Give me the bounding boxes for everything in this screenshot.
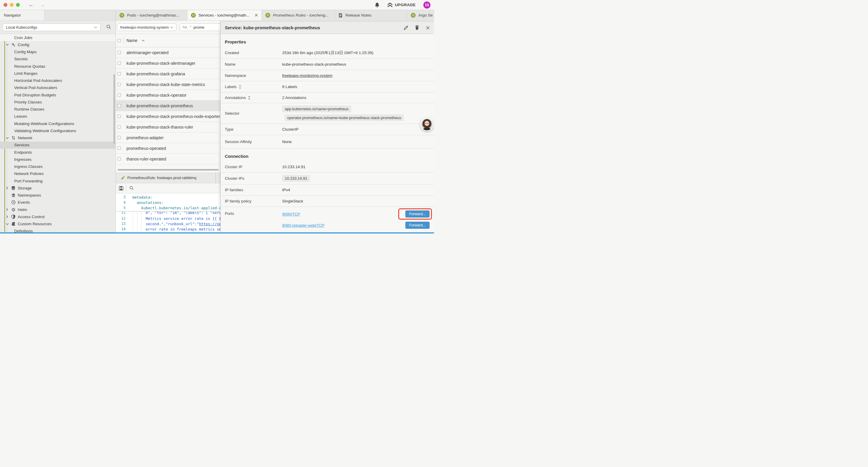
- sidebar-group-storage[interactable]: Storage: [0, 184, 116, 192]
- avatar[interactable]: [420, 118, 434, 131]
- row-checkbox[interactable]: [118, 51, 121, 54]
- tab-pods[interactable]: Pods - icecheng@mathmas...: [116, 10, 187, 20]
- save-icon[interactable]: [119, 186, 123, 191]
- row-checkbox[interactable]: [118, 72, 121, 76]
- sidebar-item-secrets[interactable]: Secrets: [0, 56, 116, 63]
- forward-button-9090[interactable]: Forward...: [405, 210, 430, 217]
- close-icon[interactable]: [426, 26, 430, 30]
- kubeconfig-select[interactable]: Local Kubeconfigs: [3, 23, 100, 31]
- table-row[interactable]: kube-prometheus-stack-kube-state-metrics: [116, 79, 220, 90]
- sidebar-item-config-maps[interactable]: Config Maps: [0, 49, 116, 56]
- sidebar-item-events[interactable]: Events: [0, 199, 116, 206]
- tab-navigator[interactable]: Navigator: [0, 10, 44, 20]
- row-checkbox[interactable]: [118, 157, 121, 160]
- sidebar-item-network-policies[interactable]: Network Policies: [0, 170, 116, 177]
- tab-services[interactable]: Services - icecheng@math...: [187, 10, 262, 20]
- sidebar-search-icon[interactable]: [106, 25, 111, 29]
- sidebar-item-port-forwarding[interactable]: Port Forwarding: [0, 177, 116, 184]
- port-link-9090[interactable]: 9090/TCP: [282, 212, 300, 216]
- table-row-selected[interactable]: kube-prometheus-stack-prometheus: [116, 100, 220, 111]
- sidebar-item-leases[interactable]: Leases: [0, 113, 116, 120]
- delete-trash-icon[interactable]: [415, 25, 419, 30]
- sidebar-item-definitions[interactable]: Definitions: [0, 228, 116, 232]
- sidebar-item-mutating-webhook-configurations[interactable]: Mutating Webhook Configurations: [0, 120, 116, 127]
- upgrade-button[interactable]: UPGRADE: [387, 3, 416, 7]
- chevron-down-icon[interactable]: [6, 137, 9, 139]
- row-checkbox[interactable]: [118, 104, 121, 107]
- notification-count-badge[interactable]: 15: [423, 1, 430, 8]
- table-row[interactable]: alertmanager-operated: [116, 47, 220, 58]
- forward-arrow-icon[interactable]: →: [40, 2, 45, 7]
- sidebar-item-ingresses[interactable]: Ingresses: [0, 156, 116, 163]
- sidebar-item-limit-ranges[interactable]: Limit Ranges: [0, 70, 116, 77]
- chevron-down-icon[interactable]: [6, 223, 9, 225]
- row-checkbox[interactable]: [118, 147, 121, 150]
- back-arrow-icon[interactable]: ←: [29, 2, 34, 7]
- forward-button-8080[interactable]: Forward...: [405, 222, 430, 229]
- sidebar-scrollbar[interactable]: [114, 74, 115, 144]
- chevron-down-icon[interactable]: [6, 43, 9, 46]
- regex-toggle[interactable]: .*: [189, 25, 191, 29]
- window-zoom-button[interactable]: [16, 3, 20, 7]
- table-row[interactable]: kube-prometheus-stack-thanos-ruler: [116, 122, 220, 133]
- table-row[interactable]: kube-prometheus-stack-grafana: [116, 68, 220, 79]
- chevron-right-icon[interactable]: [6, 186, 9, 189]
- sidebar-group-network[interactable]: Network: [0, 135, 116, 142]
- expand-updown-icon[interactable]: [239, 85, 241, 89]
- row-checkbox[interactable]: [118, 125, 121, 128]
- code-link[interactable]: https://netop: [199, 222, 220, 226]
- editor-search-icon[interactable]: [129, 186, 134, 191]
- table-row[interactable]: prometheus-adapter: [116, 133, 220, 143]
- match-case-toggle[interactable]: Aa: [183, 25, 187, 29]
- editor-tab-partial[interactable]: [216, 173, 220, 183]
- list-search-input[interactable]: Aa .* prome: [180, 23, 220, 31]
- edit-pencil-icon[interactable]: [404, 25, 408, 30]
- row-checkbox[interactable]: [118, 83, 121, 86]
- annotations-value[interactable]: 2 Annotations: [282, 95, 306, 100]
- table-row[interactable]: prometheus-operated: [116, 143, 220, 154]
- port-link-8080[interactable]: 8080:reloader-web/TCP: [282, 223, 324, 228]
- expand-updown-icon[interactable]: [248, 96, 251, 99]
- tab-prometheus-rules[interactable]: Prometheus Rules - icecheng...: [262, 10, 335, 20]
- table-row[interactable]: kube-prometheus-stack-alertmanager: [116, 58, 220, 68]
- sidebar-item-resource-quotas[interactable]: Resource Quotas: [0, 63, 116, 70]
- sidebar-group-config[interactable]: Config: [0, 41, 116, 48]
- row-checkbox[interactable]: [118, 136, 121, 139]
- chevron-right-icon[interactable]: [6, 215, 9, 218]
- sidebar-item-vertical-pod-autoscalers[interactable]: Vertical Pod Autoscalers: [0, 84, 116, 91]
- table-row[interactable]: kube-prometheus-stack-prometheus-node-ex…: [116, 111, 220, 122]
- labels-value[interactable]: 9 Labels: [282, 85, 297, 89]
- notifications-bell-icon[interactable]: [375, 2, 380, 8]
- window-minimize-button[interactable]: [10, 3, 13, 7]
- yaml-editor[interactable]: 3metadata: 4annotations: 5kubectl.kubern…: [116, 193, 220, 232]
- sidebar-group-custom-resources[interactable]: Custom Resources: [0, 221, 116, 228]
- chevron-right-icon[interactable]: [6, 208, 9, 211]
- table-row[interactable]: thanos-ruler-operated: [116, 154, 220, 164]
- sidebar-item-validating-webhook-configurations[interactable]: Validating Webhook Configurations: [0, 127, 116, 134]
- window-close-button[interactable]: [4, 3, 7, 7]
- sidebar-group-helm[interactable]: Helm: [0, 206, 116, 213]
- namespace-link[interactable]: freeleaps-monitoring-system: [282, 73, 332, 78]
- tab-release-notes[interactable]: Release Notes: [335, 10, 407, 20]
- row-checkbox[interactable]: [118, 93, 121, 97]
- sidebar-item-endpoints[interactable]: Endpoints: [0, 149, 116, 156]
- tab-argo[interactable]: Argo Se: [407, 10, 434, 20]
- sidebar-item-namespaces[interactable]: Namespaces: [0, 192, 116, 199]
- sidebar-item-services[interactable]: Services: [0, 142, 116, 149]
- name-column-header[interactable]: Name: [126, 38, 137, 43]
- row-checkbox[interactable]: [118, 115, 121, 118]
- sort-ascending-icon[interactable]: [142, 39, 145, 42]
- tab-close-icon[interactable]: [255, 13, 258, 17]
- sidebar-item-ingress-classes[interactable]: Ingress Classes: [0, 163, 116, 170]
- editor-tab-prometheusrule[interactable]: PrometheusRule: freeleaps-prod-rabbitmq: [116, 173, 216, 183]
- sidebar-item-horizontal-pod-autoscalers[interactable]: Horizontal Pod Autoscalers: [0, 77, 116, 84]
- table-row[interactable]: kube-prometheus-stack-operator: [116, 90, 220, 100]
- sidebar-item-cron-jobs[interactable]: Cron Jobs: [0, 34, 116, 41]
- namespace-filter-select[interactable]: freeleaps-monitoring-system: [117, 23, 176, 31]
- sidebar-item-pod-disruption-budgets[interactable]: Pod Disruption Budgets: [0, 91, 116, 98]
- sidebar-item-priority-classes[interactable]: Priority Classes: [0, 98, 116, 106]
- horizontal-scrollbar[interactable]: [118, 169, 219, 171]
- sidebar-group-access-control[interactable]: Access Control: [0, 213, 116, 220]
- select-all-checkbox[interactable]: [118, 39, 121, 42]
- sidebar-item-runtime-classes[interactable]: Runtime Classes: [0, 106, 116, 113]
